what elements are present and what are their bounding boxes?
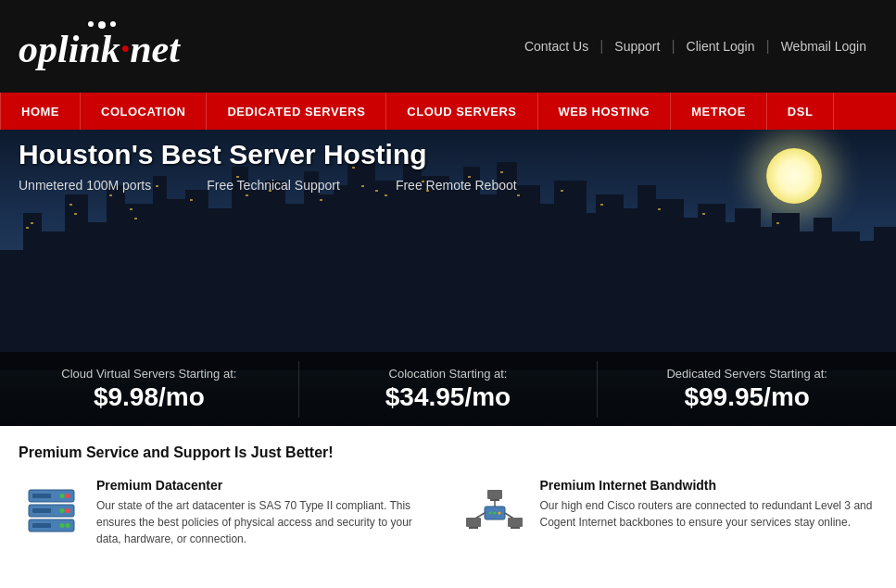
nav-dedicated-servers[interactable]: DEDICATED SERVERS <box>207 93 386 130</box>
svg-rect-91 <box>466 518 481 527</box>
nav-colocation[interactable]: COLOCATION <box>81 93 207 130</box>
svg-point-96 <box>494 511 497 514</box>
datacenter-title: Premium Datacenter <box>96 478 435 493</box>
pricing-ded-label: Dedicated Servers Starting at: <box>666 367 827 381</box>
svg-rect-45 <box>26 227 29 229</box>
svg-rect-67 <box>517 194 520 196</box>
svg-rect-47 <box>69 204 72 206</box>
pricing-colocation: Colocation Starting at: $34.95/mo <box>299 361 599 418</box>
pricing-colo-label: Colocation Starting at: <box>389 367 508 381</box>
pricing-colo-value: $34.95/mo <box>385 382 511 412</box>
datacenter-description: Our state of the art datacenter is SAS 7… <box>96 497 435 547</box>
hero-feature-2: Free Technical Support <box>207 178 340 193</box>
svg-rect-28 <box>554 181 587 370</box>
logo-text: oplink·net <box>19 27 180 71</box>
pricing-ded-value: $99.95/mo <box>684 382 809 412</box>
svg-rect-94 <box>511 527 520 529</box>
pricing-cloud: Cloud Virtual Servers Starting at: $9.98… <box>0 361 299 418</box>
svg-rect-10 <box>204 208 236 370</box>
logo-op: oplink <box>19 28 120 70</box>
hero-feature-1: Unmetered 100M ports <box>19 178 151 193</box>
bandwidth-icon <box>462 478 527 543</box>
svg-rect-21 <box>417 176 449 370</box>
hero-text-area: Houston's Best Server Hosting Unmetered … <box>19 139 517 193</box>
svg-rect-42 <box>827 231 860 370</box>
svg-rect-72 <box>776 222 779 224</box>
pricing-bar: Cloud Virtual Servers Starting at: $9.98… <box>0 352 896 426</box>
nav-web-hosting[interactable]: WEB HOSTING <box>538 93 672 130</box>
svg-point-95 <box>489 511 492 514</box>
svg-rect-81 <box>32 508 51 513</box>
svg-rect-33 <box>651 199 684 370</box>
svg-rect-51 <box>134 218 137 219</box>
svg-rect-50 <box>130 208 133 210</box>
pricing-cloud-label: Cloud Virtual Servers Starting at: <box>61 367 236 381</box>
svg-rect-55 <box>246 194 248 196</box>
support-link[interactable]: Support <box>603 39 671 54</box>
svg-rect-84 <box>32 523 51 528</box>
svg-rect-92 <box>469 527 478 529</box>
svg-rect-78 <box>32 494 51 498</box>
nav-metroe[interactable]: METROE <box>671 93 767 130</box>
svg-rect-46 <box>31 222 33 224</box>
svg-point-77 <box>59 494 64 498</box>
svg-rect-89 <box>487 490 502 499</box>
svg-rect-71 <box>702 213 705 215</box>
feature-datacenter: Premium Datacenter Our state of the art … <box>19 478 435 547</box>
svg-rect-61 <box>385 194 387 196</box>
nav-dsl[interactable]: DSL <box>767 93 835 130</box>
svg-rect-93 <box>508 518 523 527</box>
svg-rect-2 <box>37 231 69 370</box>
bandwidth-title: Premium Internet Bandwidth <box>540 478 878 493</box>
svg-rect-49 <box>109 194 112 196</box>
webmail-login-link[interactable]: Webmail Login <box>770 39 877 54</box>
logo-net: net <box>130 28 180 70</box>
svg-point-82 <box>65 523 69 528</box>
svg-rect-53 <box>190 199 193 201</box>
svg-point-97 <box>498 511 501 514</box>
datacenter-icon <box>19 478 83 543</box>
svg-rect-90 <box>490 499 499 501</box>
svg-rect-6 <box>120 204 158 370</box>
pricing-dedicated: Dedicated Servers Starting at: $99.95/mo <box>598 361 896 418</box>
bandwidth-description: Our high end Cisco routers are connected… <box>540 497 878 531</box>
hero-feature-3: Free Remote Reboot <box>396 178 517 193</box>
svg-point-76 <box>65 494 69 498</box>
svg-rect-70 <box>658 208 661 210</box>
svg-rect-69 <box>600 204 603 206</box>
svg-rect-44 <box>874 227 896 370</box>
svg-rect-57 <box>320 199 322 201</box>
top-bar: oplink·net Contact Us | Support | Client… <box>0 0 896 93</box>
hero-banner: Houston's Best Server Hosting Unmetered … <box>0 130 896 426</box>
logo[interactable]: oplink·net <box>19 21 180 71</box>
contact-us-link[interactable]: Contact Us <box>513 39 599 54</box>
content-section: Premium Service and Support Is Just Bett… <box>0 426 896 557</box>
svg-point-80 <box>59 508 64 513</box>
svg-point-79 <box>65 508 69 513</box>
hero-features: Unmetered 100M ports Free Technical Supp… <box>19 178 517 193</box>
features-row: Premium Datacenter Our state of the art … <box>19 478 877 547</box>
client-login-link[interactable]: Client Login <box>675 39 766 54</box>
svg-rect-19 <box>371 181 408 370</box>
main-nav: HOME COLOCATION DEDICATED SERVERS CLOUD … <box>0 93 896 130</box>
top-nav: Contact Us | Support | Client Login | We… <box>513 38 877 55</box>
svg-rect-68 <box>561 190 563 192</box>
datacenter-text: Premium Datacenter Our state of the art … <box>96 478 435 547</box>
nav-home[interactable]: HOME <box>0 93 81 130</box>
svg-rect-48 <box>74 213 77 215</box>
hero-headline: Houston's Best Server Hosting <box>19 139 517 170</box>
svg-point-83 <box>59 523 64 528</box>
nav-cloud-servers[interactable]: CLOUD SERVERS <box>386 93 537 130</box>
bandwidth-text: Premium Internet Bandwidth Our high end … <box>540 478 878 547</box>
feature-bandwidth: Premium Internet Bandwidth Our high end … <box>462 478 878 547</box>
pricing-cloud-value: $9.98/mo <box>94 382 205 412</box>
section-title: Premium Service and Support Is Just Bett… <box>19 444 877 461</box>
